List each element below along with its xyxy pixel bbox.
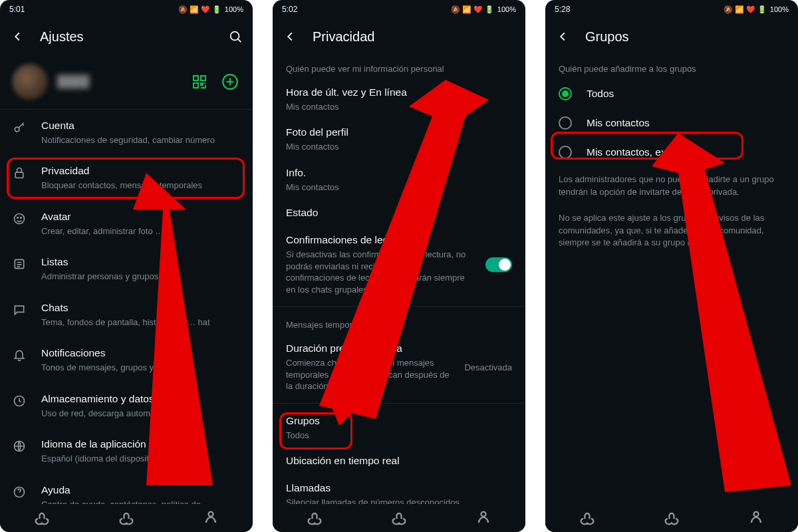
setting-privacidad[interactable]: PrivacidadBloquear contactos, mensajes t…	[0, 155, 253, 200]
header: Privacidad	[273, 19, 525, 55]
radio-icon	[559, 146, 572, 159]
clock: 5:28	[555, 5, 570, 14]
setting-label: Foto del perfil	[286, 126, 512, 140]
help-icon	[12, 485, 27, 499]
setting-label: Duración predeterminada	[286, 342, 450, 356]
nav-icon[interactable]	[33, 509, 51, 527]
setting-sub: Mis contactos	[286, 141, 512, 153]
screen-ajustes: 5:01 🔕 📶 ❤️ 🔋100% Ajustes ████ CuentaNot…	[0, 0, 253, 532]
priv-grupos[interactable]: GruposTodos	[273, 408, 525, 448]
face-icon	[12, 211, 27, 226]
key-icon	[12, 120, 27, 135]
nav-icon[interactable]	[474, 509, 493, 527]
setting-sub: Comienza chats nuevos con mensajes tempo…	[286, 357, 450, 392]
toggle-readreceipts[interactable]	[485, 257, 512, 272]
priv-readreceipts[interactable]: Confirmaciones de lecturaSi desactivas l…	[273, 227, 525, 302]
desc-text: No se aplica este ajuste a los grupos de…	[545, 205, 798, 257]
priv-info[interactable]: Info.Mis contactos	[273, 160, 525, 200]
section-header: Mensajes temporales	[273, 311, 525, 335]
radio-miscontactos[interactable]: Mis contactos	[545, 108, 798, 138]
nav-bar	[273, 504, 525, 532]
setting-sub: Español (idioma del dispositivo)	[41, 453, 241, 465]
priv-lastseen[interactable]: Hora de últ. vez y En líneaMis contactos	[273, 79, 525, 119]
screen-grupos: 5:28 🔕 📶 ❤️ 🔋100% Grupos Quién puede aña…	[545, 0, 798, 532]
status-bar: 5:02 🔕 📶 ❤️ 🔋100%	[273, 0, 525, 19]
nav-icon[interactable]	[747, 509, 765, 527]
setting-label: Listas	[41, 255, 241, 269]
back-icon[interactable]	[551, 25, 575, 49]
svg-rect-6	[15, 173, 23, 178]
setting-listas[interactable]: ListasAdministrar personas y grupos	[0, 246, 253, 291]
setting-sub: Todos	[286, 430, 512, 442]
nav-icon[interactable]	[201, 509, 220, 527]
nav-icon[interactable]	[117, 509, 136, 527]
nav-bar	[0, 504, 253, 532]
setting-sub: Bloquear contactos, mensajes temporales	[41, 180, 241, 192]
nav-bar	[545, 504, 798, 532]
back-icon[interactable]	[278, 25, 302, 49]
priv-ubicacion[interactable]: Ubicación en tiempo real	[273, 448, 525, 475]
add-contact-icon[interactable]	[219, 71, 241, 92]
setting-label: Ubicación en tiempo real	[286, 454, 512, 468]
status-icons: 🔕 📶 ❤️ 🔋100%	[724, 5, 789, 14]
section-header: Quién puede ver mi información personal	[273, 55, 525, 79]
clock: 5:01	[9, 5, 25, 14]
nav-icon[interactable]	[390, 509, 408, 527]
avatar	[12, 64, 48, 100]
setting-sub: Mis contactos	[286, 182, 512, 194]
nav-icon[interactable]	[662, 509, 681, 527]
svg-rect-3	[194, 83, 198, 88]
status-bar: 5:01 🔕 📶 ❤️ 🔋100%	[0, 0, 253, 19]
priv-estado[interactable]: Estado	[273, 200, 525, 227]
profile-row[interactable]: ████	[0, 55, 253, 109]
nav-icon[interactable]	[578, 509, 597, 527]
svg-point-9	[21, 217, 22, 218]
radio-icon	[559, 116, 572, 130]
status-bar: 5:28 🔕 📶 ❤️ 🔋100%	[545, 0, 798, 19]
desc-text: Los administradores que no puedan añadir…	[545, 167, 798, 205]
status-icons: 🔕 📶 ❤️ 🔋100%	[451, 5, 516, 14]
setting-sub: Tonos de mensajes, grupos y llamadas	[41, 362, 241, 374]
priv-duration[interactable]: Duración predeterminadaComienza chats nu…	[273, 335, 525, 399]
setting-cuenta[interactable]: CuentaNotificaciones de seguridad, cambi…	[0, 110, 253, 155]
svg-point-8	[17, 217, 19, 218]
setting-idioma[interactable]: Idioma de la aplicaciónEspañol (idioma d…	[0, 428, 253, 473]
setting-sub: Si desactivas las confirmaciones de lect…	[286, 249, 471, 295]
setting-label: Ayuda	[41, 483, 241, 497]
radio-excepto[interactable]: Mis contactos, excepto…	[545, 138, 798, 167]
setting-label: Confirmaciones de lectura	[286, 233, 471, 247]
radio-icon	[559, 87, 572, 100]
setting-almacenamiento[interactable]: Almacenamiento y datosUso de red, descar…	[0, 383, 253, 428]
lock-icon	[12, 166, 27, 180]
globe-icon	[12, 439, 27, 454]
setting-side: Desactivada	[464, 362, 512, 372]
setting-label: Estado	[286, 206, 512, 220]
chat-icon	[12, 303, 27, 317]
qr-icon[interactable]	[189, 71, 210, 92]
section-header: Quién puede añadirme a los grupos	[545, 55, 798, 79]
search-icon[interactable]	[223, 25, 247, 49]
setting-label: Privacidad	[41, 164, 241, 178]
setting-sub: Mis contactos	[286, 101, 512, 113]
setting-notificaciones[interactable]: NotificacionesTonos de mensajes, grupos …	[0, 337, 253, 382]
bell-icon	[12, 348, 27, 362]
header: Grupos	[545, 19, 798, 55]
setting-sub: Crear, editar, administrar foto … fil	[41, 225, 241, 237]
nav-icon[interactable]	[305, 509, 324, 527]
setting-label: Avatar	[41, 210, 241, 224]
data-icon	[12, 394, 27, 408]
setting-label: Idioma de la aplicación	[41, 438, 241, 452]
back-icon[interactable]	[5, 25, 29, 49]
setting-chats[interactable]: ChatsTema, fondos de pantalla, historial…	[0, 292, 253, 337]
svg-rect-2	[201, 76, 205, 80]
setting-label: Almacenamiento y datos	[41, 392, 241, 406]
setting-label: Info.	[286, 166, 512, 180]
radio-todos[interactable]: Todos	[545, 79, 798, 108]
svg-point-0	[231, 32, 239, 41]
svg-rect-1	[194, 76, 198, 80]
radio-label: Mis contactos, excepto…	[587, 146, 702, 158]
setting-avatar[interactable]: AvatarCrear, editar, administrar foto … …	[0, 201, 253, 246]
setting-label: Grupos	[286, 414, 512, 428]
setting-label: Hora de últ. vez y En línea	[286, 86, 512, 100]
priv-photo[interactable]: Foto del perfilMis contactos	[273, 119, 525, 159]
